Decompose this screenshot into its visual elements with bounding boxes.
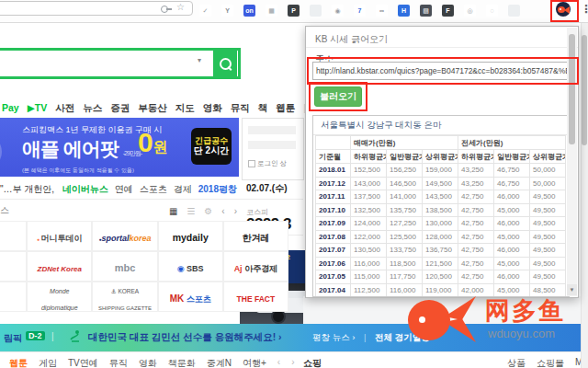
top-nav-item[interactable]: 뉴스 — [83, 102, 102, 115]
olympic-message-link[interactable]: 대한민국 대표 김민선 선수를 응원해주세요! › — [88, 331, 282, 344]
next-arrow-icon[interactable]: › — [234, 206, 237, 216]
extension-icon[interactable]: H — [398, 5, 410, 17]
top-nav-item[interactable]: 영화 — [203, 102, 222, 115]
extension-icon[interactable] — [508, 5, 520, 17]
table-row: 2017.10132,500135,750138,50042,75045,000… — [316, 203, 566, 217]
bottom-tab[interactable]: TV연예 — [68, 357, 98, 368]
news-link[interactable]: 네이버뉴스 — [62, 183, 108, 196]
bottom-tab[interactable]: 여행+ — [243, 357, 266, 368]
list-view-icon[interactable]: ☰ — [187, 206, 195, 216]
bottom-tab[interactable]: 영화 — [139, 357, 157, 368]
ad-banner[interactable]: 스피킹맥스 1년 무제한 이용권 구매 시 애플 에어팟 -29만원- 0원 긴… — [0, 118, 239, 177]
login-id-field[interactable] — [248, 126, 296, 134]
date-label: 02.07.(수) — [246, 182, 287, 195]
bottom-tab-bar: 웹툰게임TV연예뮤직영화책문화중계N여행+‹› 쇼핑 상품쇼핑몰MEN — [0, 351, 588, 368]
login-pw-field[interactable] — [248, 141, 296, 149]
press-logo[interactable]: ◉ SBS — [158, 251, 223, 282]
browser-menu-icon[interactable]: ⋮ — [581, 3, 588, 16]
press-logo[interactable]: MK 스포츠 — [158, 282, 223, 312]
press-logo[interactable]: ●sportalkorea — [92, 221, 157, 251]
bottom-tab[interactable]: 중계N — [207, 357, 232, 368]
earbuds-image — [0, 134, 2, 169]
keep-login-label: 로그인 상 — [257, 159, 287, 168]
extension-icon[interactable]: ◉ — [332, 5, 344, 17]
table-row: 2017.05115,000117,750120,50042,75046,000… — [316, 270, 566, 284]
news-link[interactable]: 경제 — [174, 183, 192, 196]
extension-icon[interactable]: ◎ — [464, 5, 476, 17]
press-logo[interactable]: mbc — [92, 251, 157, 282]
table-row: 2017.06116,000118,500121,50042,75045,000… — [316, 257, 566, 270]
extension-icon[interactable]: ✓ — [199, 5, 211, 17]
keep-login-checkbox[interactable] — [248, 160, 255, 167]
extension-icon[interactable]: 7 — [354, 5, 366, 17]
press-logo[interactable]: Mondediplomatique — [27, 282, 92, 312]
fish-eye-icon — [419, 316, 425, 323]
bottom-tab-right[interactable]: 상품 — [507, 357, 526, 368]
press-logo[interactable]: ⚓ KOREASHIPPING GAZETTE — [92, 282, 157, 312]
bottom-tab[interactable]: 게임 — [39, 357, 57, 368]
table-row: 2017.08122,000125,500128,00042,75045,000… — [316, 230, 566, 244]
top-nav-item[interactable]: ▶TV — [28, 102, 48, 115]
bottom-tab[interactable]: 웹툰 — [9, 357, 28, 368]
bottom-tab[interactable]: › — [291, 357, 294, 368]
extension-icon[interactable]: P — [288, 5, 300, 17]
bottom-tab[interactable]: ‹ — [277, 357, 280, 368]
press-logo[interactable]: Aj 아주경제 — [223, 251, 288, 282]
top-nav-item[interactable]: 지도 — [175, 102, 195, 115]
top-nav-item[interactable]: 증권 — [110, 102, 130, 115]
press-logo[interactable]: 한겨레 — [223, 221, 288, 251]
top-nav-item[interactable]: 책 — [258, 102, 268, 115]
table-row: 2017.11137,500141,000143,50042,75046,000… — [316, 190, 566, 204]
news-link[interactable]: 연예 — [115, 183, 133, 196]
extension-icon[interactable]: ▨ — [420, 5, 432, 17]
bookmark-star-icon[interactable]: ☆ — [176, 2, 185, 12]
settings-gear-icon[interactable]: ⚙ — [204, 206, 212, 216]
watermark-domain: wduoyu.com — [488, 327, 555, 340]
watermark-cn-text: 网多鱼 — [485, 294, 565, 328]
top-nav-item[interactable]: 뮤직 — [231, 102, 250, 115]
prev-arrow-icon[interactable]: ‹ — [221, 206, 224, 216]
press-logo[interactable] — [0, 221, 27, 251]
search-input[interactable] — [0, 48, 241, 79]
load-button[interactable]: 불러오기 — [314, 86, 362, 107]
top-nav-item[interactable]: Pay — [2, 102, 19, 115]
news-link[interactable]: 스포츠 — [140, 183, 167, 196]
extension-icon[interactable]: ◌ — [486, 5, 498, 17]
popup-scrollbar-thumb[interactable] — [569, 34, 575, 144]
bottom-tab[interactable]: 책문화 — [168, 357, 196, 368]
watermark: 网多鱼 wduoyu.com — [397, 293, 585, 350]
press-logo[interactable]: ily — [0, 251, 27, 282]
press-logo[interactable]: THE FACT — [223, 282, 288, 312]
press-logo[interactable]: ST — [0, 282, 27, 312]
kb-scraper-extension-icon[interactable] — [554, 2, 572, 17]
apartment-title: 서울특별시 강남구 대치동 은마 — [313, 116, 569, 135]
extension-icon[interactable]: Y — [221, 5, 233, 17]
press-logo[interactable]: ● 머니투데이 — [27, 221, 92, 251]
search-dropdown-caret-icon[interactable]: ▾ — [198, 56, 201, 64]
grid-view-icon[interactable]: ▦ — [169, 206, 177, 216]
extension-icon[interactable] — [310, 5, 322, 17]
extension-icon[interactable]: F — [442, 5, 454, 17]
pyeongchang-news-link[interactable]: 평창 뉴스 › — [312, 332, 355, 344]
top-nav-item[interactable]: 사전 — [55, 102, 74, 115]
bottom-tab-right[interactable]: 쇼핑몰 — [537, 357, 564, 368]
search-button[interactable] — [213, 48, 237, 79]
top-nav-item[interactable]: 웹툰 — [276, 102, 295, 115]
top-nav-item[interactable]: 부동산 — [138, 102, 167, 115]
news-headline[interactable]: "…부 개헌안, 3월중순께 떠올릴 보고" — [0, 183, 55, 196]
bottom-tab[interactable]: 뮤직 — [109, 357, 128, 368]
page-scrollbar-thumb[interactable] — [582, 35, 587, 145]
tab-shopping[interactable]: 쇼핑 — [303, 357, 322, 368]
key-icon — [161, 6, 168, 13]
extension-icon[interactable]: ▦ — [266, 5, 277, 17]
address-bar[interactable]: ☆ — [0, 1, 193, 16]
press-logo[interactable]: ZDNet Korea — [27, 251, 92, 282]
extension-icon-row: ✓Yon▦P◉7∞H▨F◎◌ — [199, 5, 520, 17]
news-link[interactable]: 2018평창 — [198, 183, 237, 196]
url-input[interactable]: http://nland.kbstar.com/quics?page=B0471… — [312, 62, 573, 80]
table-row: 2017.09124,000127,250130,00042,75046,000… — [316, 217, 566, 231]
extension-icon[interactable]: ∞ — [376, 5, 388, 17]
table-row: 2018.01152,500156,250159,00043,25046,750… — [316, 164, 566, 178]
press-logo[interactable]: mydaily — [158, 221, 223, 251]
extension-icon[interactable]: on — [243, 5, 255, 17]
